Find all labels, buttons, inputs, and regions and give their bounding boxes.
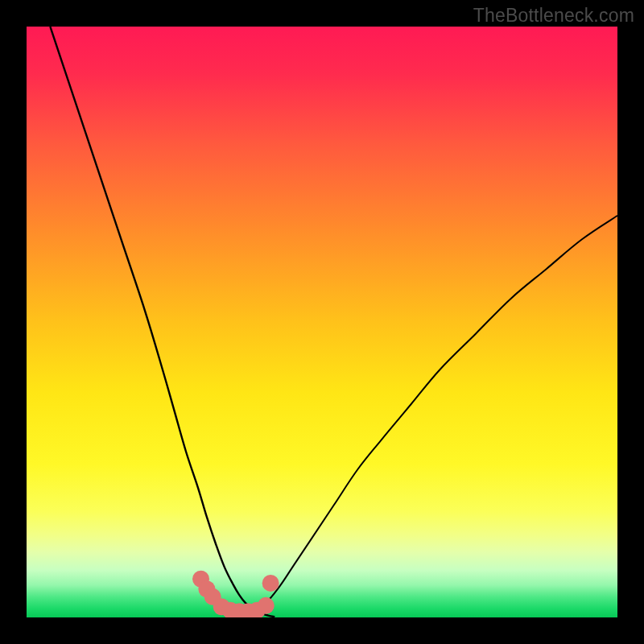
marker-cluster [192, 571, 279, 617]
curves-layer [27, 27, 617, 617]
marker-dot [258, 597, 275, 614]
left-curve [50, 27, 275, 617]
plot-area [27, 27, 617, 617]
right-curve [233, 216, 617, 617]
watermark-text: TheBottleneck.com [473, 5, 634, 27]
marker-dot [262, 575, 279, 592]
chart-frame: TheBottleneck.com [0, 0, 644, 644]
